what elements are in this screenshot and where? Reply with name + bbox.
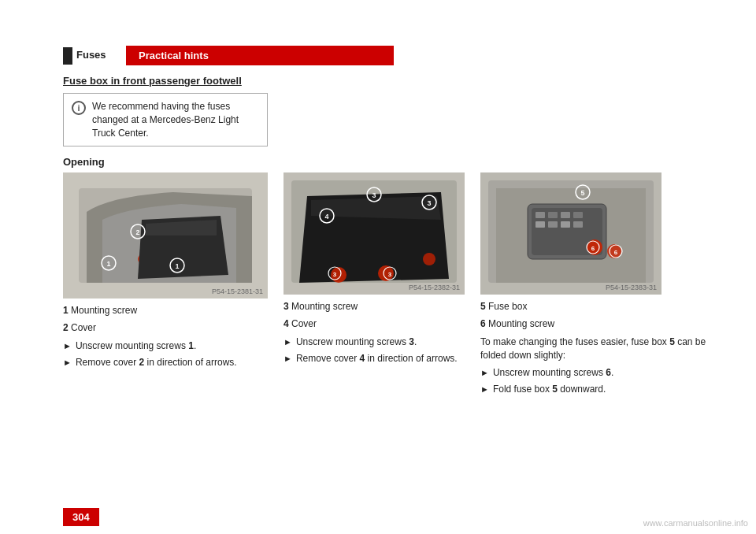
opening-label: Opening bbox=[63, 156, 732, 168]
caption-5: 5 Fuse box bbox=[480, 299, 732, 313]
main-title: Fuse box in front passenger footwell bbox=[63, 75, 732, 87]
svg-point-14 bbox=[423, 253, 435, 265]
bullet-left-1: ► Unscrew mounting screws 1. bbox=[63, 339, 268, 353]
bullet-mid-1: ► Unscrew mounting screws 3. bbox=[284, 336, 465, 349]
img-tag-right: P54-15-2383-31 bbox=[606, 284, 657, 291]
info-icon: i bbox=[72, 101, 86, 115]
arrow-icon: ► bbox=[480, 384, 489, 395]
svg-rect-35 bbox=[561, 221, 570, 228]
bullet-right-2: ► Fold fuse box 5 downward. bbox=[480, 383, 732, 396]
svg-text:6: 6 bbox=[591, 245, 595, 252]
col-left: 2 1 1 P54-15-2381-31 1 Mounting screw bbox=[63, 172, 268, 373]
watermark: www.carmanualsonline.info bbox=[643, 518, 748, 528]
svg-text:2: 2 bbox=[135, 228, 139, 236]
right-captions: 5 Fuse box 6 Mounting screw bbox=[480, 299, 732, 331]
svg-text:3: 3 bbox=[333, 271, 337, 278]
bullet-mid-2: ► Remove cover 4 in direction of arrows. bbox=[284, 352, 465, 365]
info-box: i We recommend having the fuses changed … bbox=[63, 93, 268, 146]
content-area: Fuse box in front passenger footwell i W… bbox=[63, 75, 732, 495]
svg-text:6: 6 bbox=[614, 249, 618, 256]
svg-rect-34 bbox=[548, 221, 558, 228]
caption-1: 1 Mounting screw bbox=[63, 303, 268, 317]
img-tag-mid: P54-15-2382-31 bbox=[409, 284, 460, 291]
caption-4: 4 Cover bbox=[284, 317, 465, 331]
info-text: We recommend having the fuses changed at… bbox=[92, 100, 259, 139]
svg-text:5: 5 bbox=[580, 189, 584, 197]
svg-text:3: 3 bbox=[372, 191, 376, 199]
svg-text:1: 1 bbox=[106, 260, 110, 268]
svg-text:3: 3 bbox=[427, 199, 431, 207]
left-captions: 1 Mounting screw 2 Cover bbox=[63, 303, 268, 335]
svg-rect-33 bbox=[536, 221, 545, 228]
col-mid: 3 3 4 3 3 P54-15-2382-31 bbox=[284, 172, 465, 369]
mid-captions: 3 Mounting screw 4 Cover bbox=[284, 299, 465, 331]
image-left: 2 1 1 P54-15-2381-31 bbox=[63, 172, 268, 299]
svg-rect-32 bbox=[573, 212, 583, 218]
image-right: 5 6 6 P54-15-2383-31 bbox=[480, 172, 662, 295]
caption-6: 6 Mounting screw bbox=[480, 317, 732, 331]
three-col-layout: 2 1 1 P54-15-2381-31 1 Mounting screw bbox=[63, 172, 732, 399]
page-container: Practical hints Fuses Fuse box in front … bbox=[0, 0, 756, 534]
caption-3: 3 Mounting screw bbox=[284, 299, 465, 313]
svg-text:1: 1 bbox=[175, 262, 179, 270]
arrow-icon: ► bbox=[284, 336, 292, 348]
arrow-icon: ► bbox=[63, 357, 72, 369]
arrow-icon: ► bbox=[63, 340, 72, 352]
arrow-icon: ► bbox=[284, 353, 292, 365]
svg-rect-29 bbox=[536, 212, 545, 218]
page-number: 304 bbox=[63, 508, 99, 526]
section-indicator bbox=[63, 47, 72, 65]
col-right: 5 6 6 P54-15-2383-31 5 Fuse box bbox=[480, 172, 732, 399]
svg-text:4: 4 bbox=[324, 213, 328, 221]
image-mid: 3 3 4 3 3 P54-15-2382-31 bbox=[284, 172, 465, 295]
right-bullets: ► Unscrew mounting screws 6. ► Fold fuse… bbox=[480, 366, 732, 396]
right-intro: To make changing the fuses easier, fuse … bbox=[480, 336, 732, 362]
svg-rect-31 bbox=[561, 212, 570, 218]
fuses-label: Fuses bbox=[76, 49, 106, 61]
svg-rect-30 bbox=[548, 212, 558, 218]
img-tag-left: P54-15-2381-31 bbox=[212, 287, 263, 295]
svg-text:3: 3 bbox=[388, 271, 392, 278]
bullet-left-2: ► Remove cover 2 in direction of arrows. bbox=[63, 356, 268, 369]
mid-bullets: ► Unscrew mounting screws 3. ► Remove co… bbox=[284, 336, 465, 365]
header-bar: Practical hints bbox=[126, 46, 394, 65]
svg-rect-36 bbox=[573, 221, 583, 228]
header-title: Practical hints bbox=[139, 50, 209, 61]
left-bullets: ► Unscrew mounting screws 1. ► Remove co… bbox=[63, 339, 268, 369]
arrow-icon: ► bbox=[480, 367, 489, 379]
bullet-right-1: ► Unscrew mounting screws 6. bbox=[480, 366, 732, 380]
caption-2: 2 Cover bbox=[63, 321, 268, 335]
